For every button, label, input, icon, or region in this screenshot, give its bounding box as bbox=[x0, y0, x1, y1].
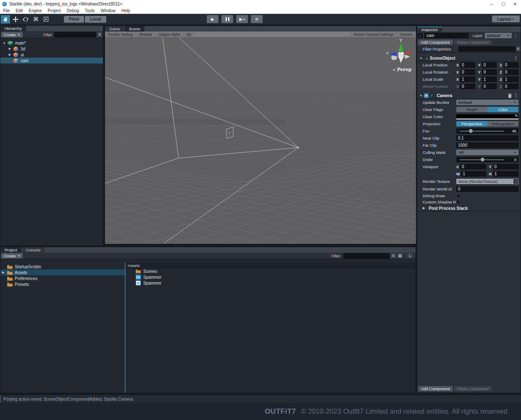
filter-properties-clear-button[interactable]: X bbox=[516, 46, 521, 52]
update-bucket-dropdown[interactable]: Default▼ bbox=[456, 100, 518, 105]
folder-startupscripts[interactable]: StartupScripts bbox=[0, 264, 125, 269]
local-scale-z[interactable]: 1 bbox=[503, 77, 518, 82]
culling-mask-dropdown[interactable]: All▼ bbox=[456, 150, 518, 155]
add-component-button-bottom[interactable]: Add Component bbox=[418, 386, 453, 391]
tab-hierarchy[interactable]: Hierarchy bbox=[0, 26, 26, 31]
clear-flags-color-button[interactable]: Color bbox=[487, 107, 518, 112]
paste-component-button-bottom[interactable]: Paste Component bbox=[454, 386, 492, 391]
folder-presets[interactable]: Presets bbox=[0, 281, 125, 287]
local-rotation-y[interactable]: 0 bbox=[482, 69, 497, 75]
scale-tool-button[interactable]: ⌘ bbox=[31, 15, 40, 24]
list-mode-button[interactable]: L bbox=[407, 253, 413, 259]
viewport-h-field[interactable]: 1 bbox=[493, 171, 518, 177]
project-create-button[interactable]: Create▼ bbox=[1, 253, 23, 259]
fov-slider[interactable]: 45 bbox=[456, 128, 518, 134]
local-scale-x[interactable]: 1 bbox=[460, 77, 475, 82]
local-position-y[interactable]: 0 bbox=[482, 62, 497, 68]
collapse-icon[interactable]: ▼ bbox=[418, 94, 424, 97]
rect-tool-button[interactable] bbox=[41, 15, 50, 24]
2d-toggle-button[interactable]: 2D bbox=[184, 32, 195, 37]
asset-scenes[interactable]: Scenes bbox=[126, 268, 416, 274]
sceneobject-section-header[interactable]: ▼ ▲ SceneObject ⋮ bbox=[417, 55, 521, 61]
fov-slider-handle[interactable] bbox=[469, 129, 473, 133]
camera-section-header[interactable]: ▼ H ✓ Camera ⋮ bbox=[417, 92, 521, 99]
local-scale-y[interactable]: 1 bbox=[482, 77, 497, 82]
tree-item-3d[interactable]: ▶ 3d bbox=[0, 46, 103, 52]
edit-pen-icon[interactable]: ✎ bbox=[515, 114, 518, 118]
local-button[interactable]: Local bbox=[85, 16, 106, 23]
asset-spammer-cc[interactable]: CC Spammer bbox=[126, 274, 416, 280]
render-debug-button[interactable]: Render Debug bbox=[105, 32, 136, 37]
tab-console[interactable]: Console bbox=[22, 247, 45, 253]
custom-shadow-checkbox[interactable] bbox=[456, 200, 460, 204]
trash-icon[interactable] bbox=[508, 93, 512, 98]
expander-closed-icon[interactable]: ▶ bbox=[423, 206, 425, 210]
collapse-icon[interactable]: ▼ bbox=[418, 57, 424, 60]
object-menu-icon[interactable]: ⋮ bbox=[512, 33, 520, 38]
order-slider[interactable]: 0 bbox=[456, 157, 518, 162]
tree-item-cam[interactable]: cam bbox=[0, 58, 103, 63]
menu-file[interactable]: File bbox=[0, 8, 13, 13]
menu-engine[interactable]: Engine bbox=[26, 8, 45, 13]
object-enabled-checkbox[interactable]: ✓ bbox=[418, 33, 423, 38]
tree-item-ui[interactable]: ▶ ui bbox=[0, 52, 103, 58]
add-component-button[interactable]: Add Component bbox=[418, 40, 453, 45]
viewport-x-field[interactable]: 0 bbox=[460, 164, 486, 169]
pivot-button[interactable]: Pivot bbox=[64, 16, 84, 23]
local-position-x[interactable]: 0 bbox=[460, 62, 475, 68]
folder-preferences[interactable]: Preferences bbox=[0, 275, 125, 281]
menu-tools[interactable]: Tools bbox=[82, 8, 97, 13]
tab-project[interactable]: Project bbox=[0, 247, 21, 253]
output-alpha-button[interactable]: Output Alpha bbox=[155, 32, 184, 37]
pause-button[interactable] bbox=[221, 15, 233, 23]
expander-open-icon[interactable]: ▼ bbox=[2, 42, 7, 45]
folder-toggle-icon[interactable]: ▤ bbox=[397, 253, 403, 259]
folder-assets[interactable]: ▶ Assets bbox=[0, 269, 125, 275]
local-rotation-x[interactable]: 0 bbox=[460, 69, 475, 75]
clear-color-swatch[interactable]: ✎ bbox=[456, 114, 518, 119]
project-filter-input[interactable] bbox=[343, 253, 389, 259]
near-clip-field[interactable]: 0.1 bbox=[456, 135, 518, 141]
playback-menu-button[interactable]: ≡ bbox=[251, 15, 263, 23]
render-texture-field[interactable]: None (RenderTexture) ○ bbox=[456, 179, 518, 184]
move-tool-button[interactable] bbox=[11, 15, 20, 24]
projection-orthographic-button[interactable]: Orthographic bbox=[487, 121, 518, 127]
scene-viewport[interactable]: Y Z < Persp bbox=[105, 37, 416, 244]
debug-draw-checkbox[interactable] bbox=[456, 194, 460, 198]
tab-inspector[interactable]: Inspector bbox=[417, 26, 442, 32]
viewport-w-field[interactable]: 1 bbox=[461, 171, 486, 177]
post-process-stack-row[interactable]: ▶ Post Process Stack bbox=[417, 205, 521, 211]
step-button[interactable]: ▶● bbox=[236, 15, 248, 23]
menu-debug[interactable]: Debug bbox=[64, 8, 82, 13]
camera-menu-icon[interactable]: ⋮ bbox=[512, 93, 520, 98]
expander-closed-icon[interactable]: ▶ bbox=[8, 53, 12, 56]
asset-spammer-h[interactable]: H Spammer bbox=[126, 280, 416, 286]
tab-scene[interactable]: Scene bbox=[125, 26, 145, 32]
close-button[interactable]: ✕ bbox=[509, 0, 521, 8]
project-filter-clear-button[interactable]: X bbox=[390, 253, 396, 259]
viewport-y-field[interactable]: 0 bbox=[493, 164, 518, 169]
hierarchy-create-button[interactable]: Create▼ bbox=[1, 32, 23, 37]
hierarchy-filter-clear-button[interactable]: X bbox=[97, 32, 102, 37]
hierarchy-filter-input[interactable] bbox=[54, 32, 96, 37]
object-name-field[interactable]: cam bbox=[424, 33, 468, 38]
menu-help[interactable]: Help bbox=[118, 8, 133, 13]
maximize-button[interactable]: ▢ bbox=[497, 0, 509, 8]
far-clip-field[interactable]: 1000 bbox=[456, 143, 518, 148]
minimize-button[interactable]: – bbox=[486, 0, 497, 8]
local-rotation-z[interactable]: 0 bbox=[503, 69, 518, 75]
shaded-button[interactable]: Shaded bbox=[136, 32, 155, 37]
order-slider-handle[interactable] bbox=[481, 158, 484, 161]
menu-project[interactable]: Project bbox=[45, 8, 64, 13]
scene-camera-settings-button[interactable]: Scene Camera Settings bbox=[350, 32, 397, 37]
tab-game[interactable]: Game bbox=[105, 26, 124, 32]
perspective-mode-label[interactable]: Persp bbox=[397, 67, 412, 72]
menu-window[interactable]: Window bbox=[97, 8, 118, 13]
gizmos-button[interactable]: Gizmos bbox=[397, 32, 416, 37]
clear-flags-depth-button[interactable]: Depth bbox=[456, 107, 487, 112]
camera-enabled-checkbox[interactable]: ✓ bbox=[430, 93, 434, 98]
local-position-z[interactable]: 0 bbox=[503, 62, 518, 68]
projection-perspective-button[interactable]: Perspective bbox=[456, 121, 487, 127]
hand-tool-button[interactable] bbox=[1, 15, 10, 24]
sceneobject-menu-icon[interactable]: ⋮ bbox=[512, 55, 520, 61]
